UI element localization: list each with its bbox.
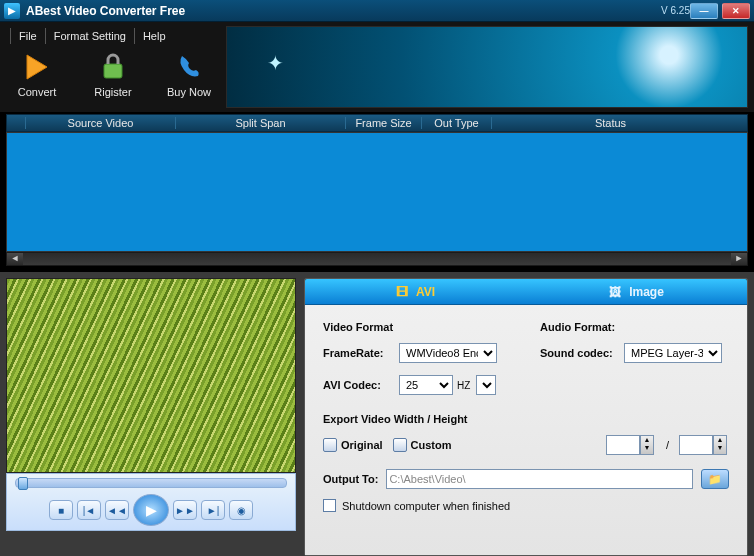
original-radio[interactable]: Original — [323, 438, 383, 452]
menu-file[interactable]: File — [10, 28, 45, 44]
phone-icon — [172, 50, 206, 84]
picture-icon: 🖼 — [609, 285, 621, 299]
convert-button[interactable]: Convert — [10, 50, 64, 98]
tab-image[interactable]: 🖼 Image — [526, 279, 747, 304]
preview-panel: ■ |◄ ◄◄ ▶ ►► ►| ◉ — [6, 278, 296, 556]
play-icon — [20, 50, 54, 84]
preview-image — [6, 278, 296, 473]
titlebar: ▶ ABest Video Converter Free V 6.25 — ✕ — [0, 0, 754, 22]
app-version: V 6.25 — [661, 5, 690, 16]
sound-codec-select[interactable]: MPEG Layer-3 — [624, 343, 722, 363]
scroll-right-icon[interactable]: ► — [731, 253, 747, 265]
shutdown-checkbox[interactable] — [323, 499, 336, 512]
height-stepper[interactable]: ▲▼ — [679, 435, 729, 455]
minimize-button[interactable]: — — [690, 3, 718, 19]
horizontal-scrollbar[interactable]: ◄ ► — [6, 252, 748, 266]
col-status[interactable]: Status — [491, 117, 729, 129]
scroll-left-icon[interactable]: ◄ — [7, 253, 23, 265]
col-source[interactable]: Source Video — [25, 117, 175, 129]
seek-slider[interactable] — [15, 478, 287, 488]
avi-codec-select[interactable]: 25 — [399, 375, 453, 395]
video-format-heading: Video Format — [323, 321, 512, 333]
hz-label: HZ — [457, 380, 470, 391]
close-button[interactable]: ✕ — [722, 3, 750, 19]
export-heading: Export Video Width / Height — [323, 413, 729, 425]
svg-rect-2 — [104, 64, 122, 78]
folder-icon: 📁 — [708, 473, 722, 486]
output-path-input[interactable] — [386, 469, 693, 489]
prev-button[interactable]: |◄ — [77, 500, 101, 520]
avi-codec-label: AVI Codec: — [323, 379, 399, 391]
app-logo-icon: ▶ — [4, 3, 20, 19]
menubar: File Format Setting Help — [10, 28, 216, 44]
next-button[interactable]: ►| — [201, 500, 225, 520]
menu-help[interactable]: Help — [134, 28, 174, 44]
app-title: ABest Video Converter Free — [26, 4, 657, 18]
custom-radio[interactable]: Custom — [393, 438, 452, 452]
menu-format-setting[interactable]: Format Setting — [45, 28, 134, 44]
col-split[interactable]: Split Span — [175, 117, 345, 129]
toolbar: File Format Setting Help Convert Rigiste… — [0, 22, 754, 112]
forward-button[interactable]: ►► — [173, 500, 197, 520]
film-icon: 🎞 — [396, 285, 408, 299]
file-grid: Source Video Split Span Frame Size Out T… — [0, 112, 754, 272]
snapshot-button[interactable]: ◉ — [229, 500, 253, 520]
col-frame[interactable]: Frame Size — [345, 117, 421, 129]
svg-marker-0 — [27, 55, 47, 79]
audio-format-heading: Audio Format: — [540, 321, 729, 333]
framerate-label: FrameRate: — [323, 347, 399, 359]
register-button[interactable]: Rigister — [86, 50, 140, 98]
shutdown-label: Shutdown computer when finished — [342, 500, 510, 512]
seek-thumb-icon[interactable] — [18, 477, 28, 490]
settings-tabs: 🎞 AVI 🖼 Image — [305, 279, 747, 305]
sound-codec-label: Sound codec: — [540, 347, 624, 359]
tab-avi[interactable]: 🎞 AVI — [305, 279, 526, 304]
settings-panel: 🎞 AVI 🖼 Image Video Format FrameRate: WM… — [304, 278, 748, 556]
grid-header: Source Video Split Span Frame Size Out T… — [6, 114, 748, 132]
lock-icon — [96, 50, 130, 84]
width-stepper[interactable]: ▲▼ — [606, 435, 656, 455]
play-button[interactable]: ▶ — [133, 494, 169, 526]
output-label: Output To: — [323, 473, 378, 485]
buy-now-button[interactable]: Buy Now — [162, 50, 216, 98]
grid-body[interactable] — [6, 132, 748, 252]
banner-image — [226, 26, 748, 108]
col-outtype[interactable]: Out Type — [421, 117, 491, 129]
rewind-button[interactable]: ◄◄ — [105, 500, 129, 520]
hz-select[interactable] — [476, 375, 496, 395]
framerate-select[interactable]: WMVideo8 Enc — [399, 343, 497, 363]
stop-button[interactable]: ■ — [49, 500, 73, 520]
player-controls: ■ |◄ ◄◄ ▶ ►► ►| ◉ — [6, 473, 296, 531]
browse-button[interactable]: 📁 — [701, 469, 729, 489]
